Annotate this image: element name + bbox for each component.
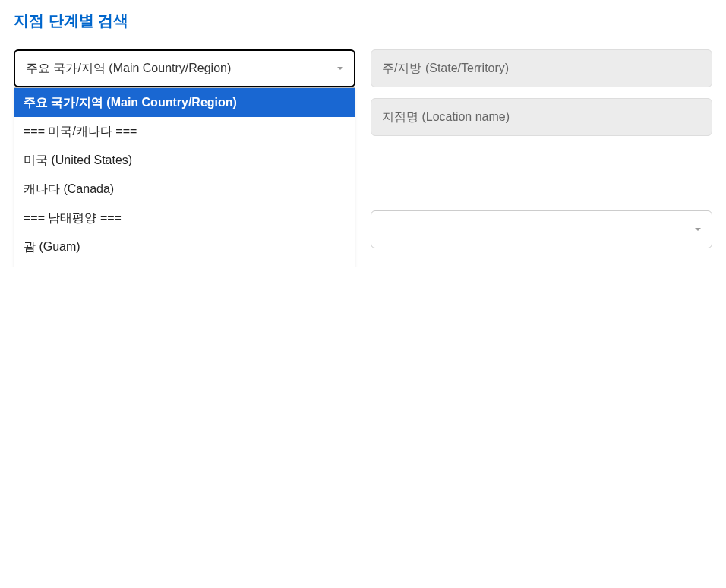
country-option[interactable]: 미국 (United States) — [14, 146, 355, 175]
page-title: 지점 단계별 검색 — [14, 11, 712, 31]
country-option[interactable]: === 미국/캐나다 === — [14, 117, 355, 146]
country-field: 주요 국가/지역 (Main Country/Region) 주요 국가/지역 … — [14, 49, 355, 87]
state-select-value: 주/지방 (State/Territory) — [382, 61, 509, 77]
country-select-value: 주요 국가/지역 (Main Country/Region) — [26, 61, 231, 77]
location-name-select: 지점명 (Location name) — [371, 98, 712, 136]
location-name-value: 지점명 (Location name) — [382, 109, 510, 125]
extra-select[interactable] — [371, 210, 712, 248]
extra-right-field — [371, 210, 712, 248]
location-name-field: 지점명 (Location name) — [371, 98, 712, 136]
country-select[interactable]: 주요 국가/지역 (Main Country/Region) — [14, 49, 355, 87]
country-option[interactable]: 사이판 (Saipan) — [14, 261, 355, 267]
country-option[interactable]: === 남태평양 === — [14, 204, 355, 232]
form-row-1: 주요 국가/지역 (Main Country/Region) 주요 국가/지역 … — [14, 49, 712, 87]
state-field: 주/지방 (State/Territory) — [371, 49, 712, 87]
state-select: 주/지방 (State/Territory) — [371, 49, 712, 87]
chevron-down-icon — [337, 67, 343, 70]
country-option[interactable]: 주요 국가/지역 (Main Country/Region) — [14, 88, 355, 117]
country-option[interactable]: 괌 (Guam) — [14, 232, 355, 261]
country-dropdown-panel[interactable]: 주요 국가/지역 (Main Country/Region)=== 미국/캐나다… — [14, 87, 355, 267]
chevron-down-icon — [695, 228, 701, 231]
country-option[interactable]: 캐나다 (Canada) — [14, 175, 355, 204]
